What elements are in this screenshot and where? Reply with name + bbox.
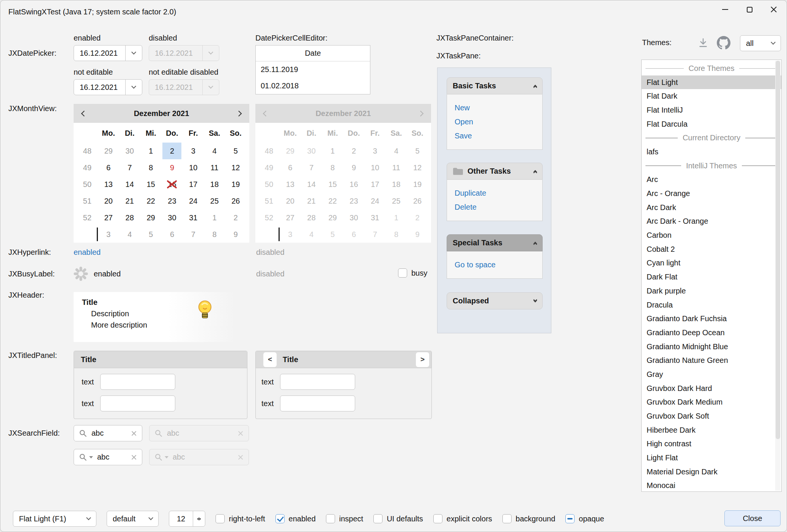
theme-item[interactable]: Cobalt 2 xyxy=(642,242,781,256)
scrollbar-thumb[interactable] xyxy=(776,61,780,439)
theme-item[interactable]: Hiberbee Dark xyxy=(642,423,781,437)
inspect-checkbox[interactable]: inspect xyxy=(326,514,363,523)
calendar-day[interactable]: 4 xyxy=(205,143,224,159)
theme-item[interactable]: High contrast xyxy=(642,437,781,451)
calendar-day[interactable]: 7 xyxy=(184,226,203,243)
date-picker-enabled[interactable]: 16.12.2021 xyxy=(74,45,142,61)
calendar-day[interactable]: 3 xyxy=(99,226,118,243)
calendar-day[interactable]: 14 xyxy=(120,176,139,193)
theme-item[interactable]: Gradianto Midnight Blue xyxy=(642,340,781,354)
close-window-button[interactable] xyxy=(762,1,786,18)
calendar-day[interactable]: 12 xyxy=(226,159,245,176)
calendar-day[interactable]: 27 xyxy=(99,209,118,226)
task-pane-header[interactable]: Other Tasks xyxy=(447,163,543,180)
calendar-day[interactable]: 2 xyxy=(162,143,181,159)
task-link[interactable]: Go to space xyxy=(455,258,535,272)
theme-item[interactable]: lafs xyxy=(642,145,781,159)
date-picker-dropdown-button[interactable] xyxy=(125,46,142,61)
task-link[interactable]: Duplicate xyxy=(455,186,535,200)
task-link[interactable]: New xyxy=(455,101,535,115)
calendar-day[interactable]: 2 xyxy=(226,209,245,226)
maximize-button[interactable] xyxy=(737,1,762,18)
calendar-day[interactable]: 7 xyxy=(120,159,139,176)
background-checkbox[interactable]: background xyxy=(502,514,556,523)
theme-item[interactable]: Cyan light xyxy=(642,256,781,270)
theme-item[interactable]: Monocai xyxy=(642,479,781,492)
calendar-day[interactable]: 1 xyxy=(142,143,161,159)
search-field-enabled[interactable]: abc xyxy=(74,425,142,441)
theme-item[interactable]: Arc xyxy=(642,173,781,187)
task-pane-header[interactable]: Special Tasks xyxy=(447,234,543,251)
task-link[interactable]: Save xyxy=(455,129,535,143)
text-input[interactable] xyxy=(100,374,175,390)
theme-item[interactable]: Arc Dark - Orange xyxy=(642,215,781,229)
calendar-day[interactable]: 16 xyxy=(162,176,181,193)
font-size-spinner[interactable]: 12 xyxy=(169,511,205,527)
calendar-day[interactable]: 10 xyxy=(184,159,203,176)
task-link[interactable]: Open xyxy=(455,115,535,129)
theme-item[interactable]: Flat Darcula xyxy=(642,117,781,131)
calendar-day[interactable]: 20 xyxy=(99,193,118,209)
theme-item[interactable]: Flat Dark xyxy=(642,89,781,103)
search-field-with-menu-enabled[interactable]: abc xyxy=(74,449,142,465)
calendar-day[interactable]: 8 xyxy=(205,226,224,243)
themes-filter-combobox[interactable]: all xyxy=(740,35,781,51)
right-to-left-checkbox[interactable]: right-to-left xyxy=(216,514,265,523)
theme-item[interactable]: Gruvbox Dark Soft xyxy=(642,409,781,423)
calendar-day[interactable]: 1 xyxy=(205,209,224,226)
calendar-day[interactable]: 21 xyxy=(120,193,139,209)
clear-icon[interactable] xyxy=(131,454,137,460)
previous-month-icon[interactable] xyxy=(81,110,87,116)
ui-defaults-checkbox[interactable]: UI defaults xyxy=(373,514,423,523)
panel-nav-left-button[interactable]: < xyxy=(263,352,277,367)
calendar-day[interactable]: 28 xyxy=(120,209,139,226)
calendar-day[interactable]: 22 xyxy=(142,193,161,209)
task-pane-header[interactable]: Collapsed xyxy=(447,292,543,309)
task-link[interactable]: Delete xyxy=(455,200,535,214)
theme-item[interactable]: Light Flat xyxy=(642,451,781,465)
spinner-buttons[interactable] xyxy=(193,511,205,526)
theme-item[interactable]: Gruvbox Dark Hard xyxy=(642,381,781,395)
theme-item[interactable]: Gradianto Nature Green xyxy=(642,353,781,367)
calendar-day[interactable]: 6 xyxy=(162,226,181,243)
task-pane-header[interactable]: Basic Tasks xyxy=(447,77,543,94)
download-icon[interactable] xyxy=(697,37,709,49)
table-row[interactable]: 01.02.2018 xyxy=(256,78,370,94)
busy-checkbox[interactable]: busy xyxy=(398,268,427,278)
calendar-day[interactable]: 25 xyxy=(205,193,224,209)
explicit-colors-checkbox[interactable]: explicit colors xyxy=(433,514,492,523)
date-picker-dropdown-button[interactable] xyxy=(125,80,142,95)
opaque-checkbox[interactable]: opaque xyxy=(565,514,604,523)
theme-item[interactable]: Gruvbox Dark Medium xyxy=(642,395,781,410)
theme-item[interactable]: Material Design Dark xyxy=(642,465,781,479)
calendar-day[interactable]: 15 xyxy=(142,176,161,193)
theme-item[interactable]: Arc - Orange xyxy=(642,187,781,201)
next-month-icon[interactable] xyxy=(236,110,242,116)
theme-item[interactable]: Flat Light xyxy=(642,75,781,89)
enabled-checkbox[interactable]: enabled xyxy=(275,514,316,523)
clear-icon[interactable] xyxy=(131,430,137,436)
theme-item[interactable]: Dark purple xyxy=(642,284,781,298)
theme-item[interactable]: Carbon xyxy=(642,228,781,242)
calendar-day[interactable]: 23 xyxy=(162,193,181,209)
theme-item[interactable]: Dracula xyxy=(642,298,781,312)
calendar-day[interactable]: 26 xyxy=(226,193,245,209)
calendar-day[interactable]: 31 xyxy=(184,209,203,226)
hyperlink-enabled[interactable]: enabled xyxy=(74,248,101,257)
calendar-day[interactable]: 9 xyxy=(226,226,245,243)
calendar-day[interactable]: 19 xyxy=(226,176,245,193)
laf-combobox[interactable]: Flat Light (F1) xyxy=(13,511,96,527)
theme-item[interactable]: Dark Flat xyxy=(642,270,781,284)
panel-nav-right-button[interactable]: > xyxy=(416,352,429,367)
calendar-day[interactable]: 24 xyxy=(184,193,203,209)
theme-item[interactable]: Gray xyxy=(642,367,781,381)
calendar-day[interactable]: 4 xyxy=(120,226,139,243)
text-input[interactable] xyxy=(100,395,175,411)
close-button[interactable]: Close xyxy=(724,510,781,526)
calendar-day[interactable]: 3 xyxy=(184,143,203,159)
calendar-day[interactable]: 29 xyxy=(142,209,161,226)
table-row[interactable]: 25.11.2019 xyxy=(256,61,370,78)
calendar-day[interactable]: 29 xyxy=(99,143,118,159)
font-family-combobox[interactable]: default xyxy=(107,511,159,527)
theme-item[interactable]: Flat IntelliJ xyxy=(642,103,781,117)
